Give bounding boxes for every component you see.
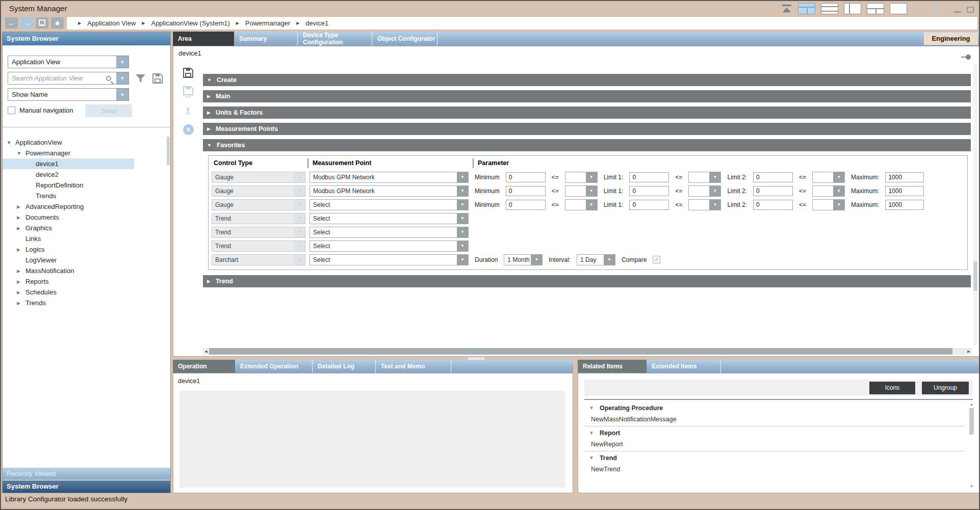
layout-grid-icon[interactable] [867, 3, 884, 14]
search-input[interactable] [8, 72, 106, 84]
tree-item-massnotification[interactable]: ▶MassNotification [3, 265, 170, 276]
expander-expanded-icon[interactable]: ▼ [17, 151, 25, 156]
save-as-button[interactable] [183, 86, 194, 98]
control-type-dropdown[interactable]: Trend▼ [212, 227, 305, 238]
scroll-left-icon[interactable]: ◀ [203, 350, 209, 354]
expander-collapsed-icon[interactable]: ▶ [17, 204, 25, 209]
limit2-input[interactable] [753, 186, 793, 196]
expander-expanded-icon[interactable]: ▼ [7, 140, 15, 145]
comparison-dropdown[interactable]: ▼ [688, 199, 721, 210]
expander-collapsed-icon[interactable]: ▶ [17, 247, 25, 252]
expander-collapsed-icon[interactable]: ▶ [17, 301, 25, 306]
comparison-dropdown[interactable]: ▼ [688, 185, 721, 197]
tree-item-documents[interactable]: ▶Documents [3, 212, 170, 223]
lock-icon[interactable] [932, 8, 938, 13]
measurement-point-dropdown[interactable]: Select▼ [310, 213, 469, 224]
control-type-dropdown[interactable]: Gauge▼ [212, 172, 305, 183]
operation-tab-operation[interactable]: Operation [173, 360, 235, 373]
expander-collapsed-icon[interactable]: ▶ [17, 215, 25, 220]
breadcrumb-item-powermanager[interactable]: Powermanager [245, 19, 290, 27]
duration-dropdown[interactable]: 1 Month▼ [504, 254, 543, 265]
tree-item-powermanager[interactable]: ▼Powermanager [3, 148, 170, 158]
limit2-input[interactable] [753, 172, 793, 182]
related-group-operating-procedure[interactable]: ▼Operating Procedure [584, 402, 965, 414]
related-item-newreport[interactable]: NewReport [584, 439, 965, 450]
tree-item-trends[interactable]: ▶Trends [3, 298, 170, 308]
interval-dropdown[interactable]: 1 Day▼ [577, 254, 615, 265]
view-dropdown[interactable]: Application View ▼ [8, 56, 129, 68]
sidebar-scrollbar-thumb[interactable] [167, 137, 170, 165]
scrollbar-thumb[interactable] [209, 348, 952, 355]
tree-item-device1[interactable]: device1 [3, 158, 134, 169]
section-trend[interactable]: ▶Trend [203, 275, 971, 287]
minimum-input[interactable] [506, 200, 546, 210]
related-group-trend[interactable]: ▼Trend [584, 452, 965, 464]
minimum-input[interactable] [506, 186, 546, 196]
tree-item-applicationview[interactable]: ▼ApplicationView [3, 137, 170, 148]
icons-button[interactable]: Icons [869, 382, 915, 394]
control-type-dropdown[interactable]: Gauge▼ [212, 185, 305, 197]
control-type-dropdown[interactable]: Trend▼ [212, 213, 305, 224]
vertical-scrollbar[interactable] [973, 64, 977, 345]
related-group-report[interactable]: ▼Report [584, 427, 965, 439]
measurement-point-dropdown[interactable]: Select▼ [310, 240, 469, 252]
search-icon[interactable] [106, 76, 111, 81]
control-type-dropdown[interactable]: Barchart▼ [212, 254, 305, 265]
limit2-input[interactable] [753, 200, 793, 210]
expander-collapsed-icon[interactable]: ▶ [17, 269, 25, 274]
section-favorites[interactable]: ▼Favorites [203, 139, 971, 151]
dropdown-arrow-icon[interactable]: ▼ [116, 56, 128, 68]
save-button[interactable] [183, 67, 194, 79]
comparison-dropdown[interactable]: ▼ [812, 199, 845, 210]
comparison-dropdown[interactable]: ▼ [565, 172, 598, 183]
main-tab-object-configurator[interactable]: Object Configurator [372, 32, 437, 46]
scroll-right-icon[interactable]: ▶ [966, 350, 972, 354]
main-tab-device-type-configuration[interactable]: Device Type Configuration [298, 32, 372, 46]
limit1-input[interactable] [629, 186, 669, 196]
manual-navigation-checkbox[interactable] [8, 106, 15, 114]
comparison-dropdown[interactable]: ▼ [812, 172, 845, 183]
filter-button[interactable] [135, 74, 146, 83]
related-item-newmassnotificationmessage[interactable]: NewMassNotificationMessage [584, 414, 965, 425]
comparison-dropdown[interactable]: ▼ [565, 199, 598, 210]
comparison-dropdown[interactable]: ▼ [812, 185, 845, 197]
operation-tab-detailed-log[interactable]: Detailed Log [313, 360, 376, 373]
scrollbar-thumb[interactable] [969, 408, 974, 435]
expander-collapsed-icon[interactable]: ▶ [17, 279, 25, 284]
tree-item-schedules[interactable]: ▶Schedules [3, 287, 170, 298]
scrollbar-thumb[interactable] [973, 261, 977, 291]
measurement-point-dropdown[interactable]: Select▼ [310, 199, 469, 210]
breadcrumb-item-device1[interactable]: device1 [305, 19, 328, 27]
maximum-input[interactable] [885, 172, 924, 182]
expander-collapsed-icon[interactable]: ▶ [17, 226, 25, 231]
recently-viewed-bar[interactable]: Recently Viewed [3, 468, 170, 480]
section-measurement-points[interactable]: ▶Measurement Points [203, 123, 971, 135]
comparison-dropdown[interactable]: ▼ [565, 185, 598, 197]
engineering-mode-button[interactable]: Engineering [924, 33, 978, 45]
expander-expanded-icon[interactable]: ▼ [589, 405, 594, 411]
tree-item-logics[interactable]: ▶Logics [3, 244, 170, 255]
ungroup-button[interactable]: Ungroup [922, 382, 969, 394]
delete-button[interactable]: × [183, 123, 194, 136]
control-type-dropdown[interactable]: Trend▼ [212, 240, 305, 252]
related-scrollbar[interactable]: ▲ ▼ [969, 402, 974, 489]
breadcrumb-item-application-view[interactable]: Application View [87, 19, 136, 27]
send-button[interactable]: Send [85, 104, 132, 117]
section-create[interactable]: ▼Create [203, 74, 971, 86]
main-tab-summary[interactable]: Summary [234, 32, 298, 46]
tree-item-links[interactable]: Links [3, 233, 170, 244]
system-browser-bar[interactable]: System Browser [3, 480, 170, 493]
related-item-newtrend[interactable]: NewTrend [584, 464, 965, 475]
layout-left-column-icon[interactable] [844, 3, 861, 14]
pin-icon[interactable] [961, 55, 971, 60]
expander-expanded-icon[interactable]: ▼ [589, 455, 594, 461]
save-search-button[interactable] [152, 73, 163, 84]
tree-item-trends[interactable]: Trends [3, 191, 170, 201]
control-type-dropdown[interactable]: Gauge▼ [212, 199, 305, 210]
collapse-panels-icon[interactable] [781, 5, 792, 13]
layout-rows-icon[interactable] [821, 3, 838, 14]
history-button[interactable] [36, 17, 48, 29]
search-dropdown-arrow-icon[interactable]: ▼ [116, 72, 128, 84]
related-tab-extended-items[interactable]: Extended Items [647, 360, 721, 373]
display-mode-dropdown[interactable]: Show Name ▼ [8, 88, 129, 101]
